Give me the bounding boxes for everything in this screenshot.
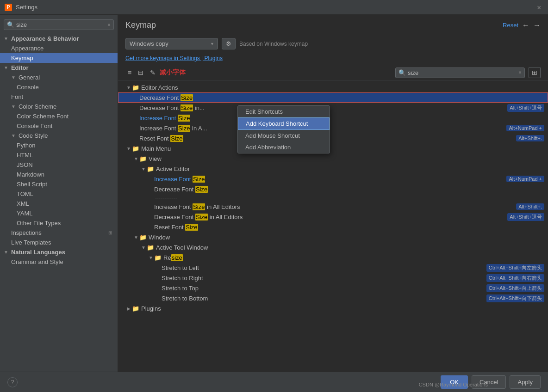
sidebar-item-inspections[interactable]: Inspections ⊞	[0, 228, 118, 238]
sidebar-item-appearance-behavior[interactable]: ▼ Appearance & Behavior	[0, 34, 118, 43]
toolbar-row: ≡ ⊟ ✎ 减小字体 🔍 × ⊞	[118, 65, 548, 80]
sidebar-item-markdown[interactable]: Markdown	[0, 170, 118, 179]
sidebar-search-clear[interactable]: ×	[107, 22, 111, 28]
title-bar: P Settings ×	[0, 0, 548, 15]
shortcut-badge: Alt+Shift+.	[516, 135, 544, 141]
sidebar-item-toml[interactable]: TOML	[0, 189, 118, 199]
expand-all-button[interactable]: ≡	[125, 67, 134, 78]
inspections-icon: ⊞	[108, 230, 112, 235]
content-header: Keymap Reset ← →	[118, 15, 548, 34]
shortcut-badge: Alt+Shift+逗号	[507, 104, 544, 112]
folder-icon: 📁	[132, 84, 139, 91]
tree-row-reset-font-size[interactable]: Reset Font Size Alt+Shift+.	[118, 133, 548, 143]
sidebar-item-json[interactable]: JSON	[0, 160, 118, 170]
resize-label: Resize	[163, 254, 544, 261]
sidebar-item-keymap[interactable]: Keymap	[0, 53, 118, 63]
sidebar-item-shell-script[interactable]: Shell Script	[0, 179, 118, 189]
expand-icon: ▶	[125, 306, 132, 311]
sidebar-item-natural-languages[interactable]: ▼ Natural Languages	[0, 247, 118, 257]
tree-row-decrease-font-size[interactable]: Decrease Font Size	[118, 92, 548, 103]
tree-row-stretch-left[interactable]: Stretch to Left Ctrl+Alt+Shift+向左箭头	[118, 263, 548, 273]
tree-row-increase-font-size[interactable]: Increase Font Size	[118, 113, 548, 123]
sidebar-search-box[interactable]: 🔍 ×	[4, 19, 114, 30]
tree-row-editor-actions[interactable]: ▼ 📁 Editor Actions	[118, 82, 548, 92]
search-clear-button[interactable]: ×	[518, 69, 522, 76]
tree-row-active-editor[interactable]: ▼ 📁 Active Editor	[118, 164, 548, 174]
back-button[interactable]: ←	[522, 21, 529, 30]
tree-row-decrease-font-size-in[interactable]: Decrease Font Size in... Alt+Shift+逗号	[118, 103, 548, 113]
close-button[interactable]: ×	[537, 4, 543, 11]
active-editor-label: Active Editor	[156, 165, 544, 172]
highlight-size: Size	[195, 186, 208, 193]
sidebar-item-python[interactable]: Python	[0, 141, 118, 150]
sidebar-item-other-file-types[interactable]: Other File Types	[0, 218, 118, 228]
context-menu-add-keyboard-shortcut[interactable]: Add Keyboard Shortcut	[238, 117, 330, 130]
keymap-search-bar[interactable]: 🔍 ×	[395, 67, 525, 78]
folder-icon: 📁	[147, 244, 154, 251]
edit-shortcut-button[interactable]: ✎	[148, 67, 158, 78]
highlight-size: size	[171, 254, 183, 261]
sidebar-search-input[interactable]	[16, 21, 106, 28]
search-options-button[interactable]: ⊞	[529, 67, 541, 78]
folder-icon: 📁	[139, 234, 147, 241]
expand-icon	[148, 214, 154, 220]
reset-button[interactable]: Reset	[503, 22, 518, 29]
tree-row-active-tool-window[interactable]: ▼ 📁 Active Tool Window	[118, 242, 548, 252]
tree-row-main-menu[interactable]: ▼ 📁 Main Menu	[118, 143, 548, 153]
ok-button[interactable]: OK	[441, 375, 468, 389]
highlight-size: Size	[185, 224, 198, 231]
sidebar-item-font[interactable]: Font	[0, 92, 118, 102]
tree-row-increase-font-size-ina[interactable]: Increase Font Size in A... Alt+NumPad +	[118, 123, 548, 133]
context-menu-add-mouse-shortcut[interactable]: Add Mouse Shortcut	[238, 130, 330, 141]
tree-row-reset-all[interactable]: Reset Font Size	[118, 222, 548, 232]
sidebar-item-appearance[interactable]: Appearance	[0, 43, 118, 53]
tree-row-view[interactable]: ▼ 📁 View	[118, 153, 548, 164]
decrease-font-size-label: Decrease Font Size	[139, 94, 544, 101]
sidebar-item-color-scheme-font[interactable]: Color Scheme Font	[0, 111, 118, 121]
forward-button[interactable]: →	[533, 21, 541, 30]
sidebar-item-live-templates[interactable]: Live Templates	[0, 238, 118, 247]
highlight-size: Size	[181, 94, 193, 101]
apply-button[interactable]: Apply	[510, 375, 541, 389]
context-menu-edit-shortcuts[interactable]: Edit Shortcuts	[238, 106, 330, 117]
sidebar-item-html[interactable]: HTML	[0, 150, 118, 160]
keymap-select[interactable]: Windows copy Default macOS Eclipse Emacs	[125, 38, 218, 49]
tree-row-stretch-top[interactable]: Stretch to Top Ctrl+Alt+Shift+向上箭头	[118, 283, 548, 293]
tree-row-resize[interactable]: ▼ 📁 Resize	[118, 252, 548, 263]
cancel-button[interactable]: Cancel	[472, 375, 506, 389]
tree-row-stretch-bottom[interactable]: Stretch to Bottom Ctrl+Alt+Shift+向下箭头	[118, 293, 548, 303]
sidebar-item-console-font[interactable]: Console Font	[0, 121, 118, 131]
sidebar-item-general[interactable]: ▼ General	[0, 73, 118, 82]
sidebar-item-editor[interactable]: ▼ Editor	[0, 63, 118, 73]
tree-row-window[interactable]: ▼ 📁 Window	[118, 232, 548, 242]
toolbar-buttons: ≡ ⊟ ✎ 减小字体	[125, 67, 186, 78]
sidebar-item-code-style[interactable]: ▼ Code Style	[0, 131, 118, 141]
get-more-keymaps-link[interactable]: Get more keymaps in Settings | Plugins	[118, 53, 548, 65]
view-label: View	[149, 155, 544, 162]
highlight-size: Size	[178, 125, 190, 132]
keymap-gear-button[interactable]: ⚙	[222, 38, 236, 49]
tree-row-plugins[interactable]: ▶ 📁 Plugins	[118, 303, 548, 313]
sidebar-item-grammar-style[interactable]: Grammar and Style	[0, 257, 118, 267]
expand-icon: ▼	[11, 104, 16, 109]
tree-row-increase-font-ae[interactable]: Increase Font Size Alt+NumPad +	[118, 174, 548, 184]
tree-row-stretch-right[interactable]: Stretch to Right Ctrl+Alt+Shift+向右箭头	[118, 273, 548, 283]
sidebar-item-console[interactable]: Console	[0, 82, 118, 92]
shortcut-badge: Ctrl+Alt+Shift+向左箭头	[486, 264, 544, 272]
sidebar-item-color-scheme[interactable]: ▼ Color Scheme	[0, 102, 118, 111]
collapse-all-button[interactable]: ⊟	[136, 67, 146, 78]
expand-icon	[155, 286, 162, 291]
expand-icon	[148, 177, 154, 182]
tree-row-decrease-all[interactable]: Decrease Font Size in All Editors Alt+Sh…	[118, 212, 548, 222]
tree-row-increase-all[interactable]: Increase Font Size in All Editors Alt+Sh…	[118, 202, 548, 212]
help-button[interactable]: ?	[7, 377, 18, 387]
highlight-size: Size	[181, 104, 193, 111]
plugins-label: Plugins	[141, 305, 544, 312]
sidebar-item-xml[interactable]: XML	[0, 199, 118, 208]
sidebar-item-yaml[interactable]: YAML	[0, 208, 118, 218]
tree-row-decrease-font-ae[interactable]: Decrease Font Size	[118, 184, 548, 194]
reduce-font-text: 减小字体	[160, 68, 186, 77]
bottom-actions: OK Cancel Apply	[441, 375, 541, 389]
keymap-search-input[interactable]	[408, 69, 517, 76]
context-menu-add-abbreviation[interactable]: Add Abbreviation	[238, 141, 330, 153]
